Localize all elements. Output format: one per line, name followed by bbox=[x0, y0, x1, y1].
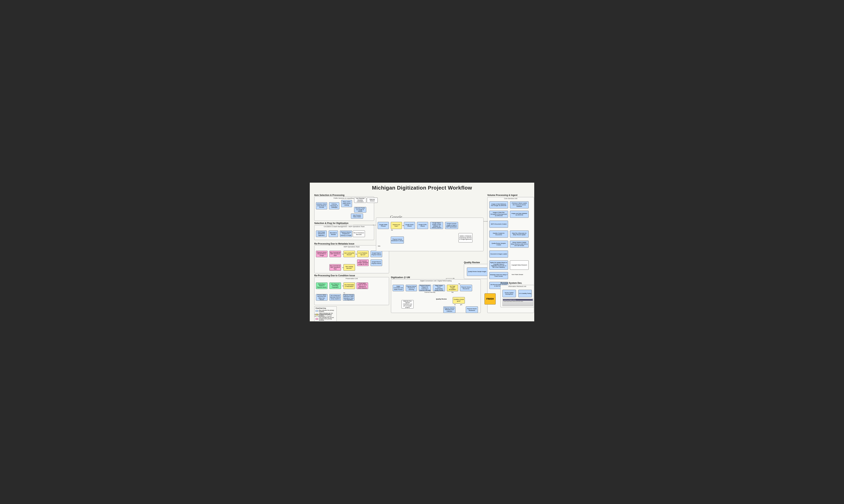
node-google-intake: Google Intake Process bbox=[378, 222, 389, 229]
section-label-selection-prep: Selection & Prep for Digitization bbox=[314, 222, 349, 224]
label-no-page: No bbox=[458, 283, 460, 285]
label-quality-review-um: Quality Review bbox=[436, 298, 447, 300]
node-images-data-retrieved: Images & Data Retrieved from Google via … bbox=[489, 201, 508, 209]
node-shelf-range: Shelf Range Selected for Digitization bbox=[316, 231, 327, 237]
page-title: Michigan Digitization Project Workflow bbox=[312, 185, 532, 191]
node-ui-usability: UI & Usability Testing bbox=[518, 290, 532, 297]
section-item-selection: Public Services & Acquisitions Librarian… bbox=[314, 197, 374, 221]
section-label-reprocessing-condition: Re-Processing Due to Condition Issue bbox=[314, 274, 355, 277]
section-quality-review: Quality Review Sample Images bbox=[464, 264, 490, 279]
digitization-um-subtitle: Digital Conversion Unit / Digital Reform… bbox=[391, 280, 480, 282]
node-is-publisher-optout: Is it a Publisher Opt-out? bbox=[357, 251, 369, 257]
section-label-reprocessing-metadata: Re-Processing Due to Metadata Issue bbox=[314, 242, 354, 245]
node-google-returns: Google Returns Physical Volume bbox=[371, 259, 382, 266]
node-google-rejects: Google Rejects Physical Volume bbox=[371, 251, 382, 257]
section-label-digitization-um: Digitization @ UM bbox=[391, 276, 410, 279]
node-process-status-removed: Process Status Removed from Mirlyn Item … bbox=[316, 294, 328, 301]
key-color-pink bbox=[316, 318, 318, 320]
node-ordering: Ordering, Receiving, & Cataloging bbox=[329, 202, 339, 209]
node-item-lacking-barcode: Item Lacking Barcode? bbox=[344, 264, 355, 271]
label-yes-bottom: YES bbox=[378, 246, 380, 247]
node-images-data-validated: Images and Data Validated via GROOVE bbox=[510, 211, 529, 218]
node-physical-volumes-returned-mdp: Physical Volumes Returned to MDP Operati… bbox=[343, 294, 354, 301]
node-item-repair: Item Repair & Rebinding Preparation bbox=[329, 283, 341, 289]
section-label-item-selection: Item Selection & Processing bbox=[314, 194, 345, 197]
node-file-checked-in: File of Checked-in Barcodes bbox=[353, 231, 365, 237]
access-system-subtitle: Information Retrieval Unit bbox=[500, 285, 534, 287]
node-volume-ok-scan: Volume ok to Scan? bbox=[391, 222, 402, 229]
node-document-images-loaded: Document & Images Loaded bbox=[489, 251, 508, 258]
node-physical-volume-reshelved2: Physical Volume Reshelved bbox=[466, 306, 478, 313]
node-checksum-loaded: Checksum Values Loaded Into Checksum Arc… bbox=[510, 201, 529, 209]
key-label-pink: Pink indicates the second deviation from… bbox=[319, 317, 335, 321]
section-reprocessing-condition: Preservation Unit Rebinding & Repair of … bbox=[314, 277, 389, 305]
node-library-systems-update: Library Systems Update Mirlyn Record & A… bbox=[510, 240, 529, 248]
node-preservation-intake: Preservation Intake for Items Rejected f… bbox=[356, 283, 368, 289]
section-label-quality-review: Quality Review bbox=[464, 261, 480, 264]
node-rebinding: Rebinding & Repair of Physical Volume bbox=[316, 283, 328, 289]
node-user-reported: User Reported Metadata Corrections bbox=[354, 198, 366, 203]
node-physical-volume-reshelved: Physical Volume Reshelved in Library bbox=[391, 236, 404, 244]
label-scanned-internally: Scanned Internally bbox=[424, 292, 435, 293]
section-access-system: Information Retrieval Unit Access System… bbox=[500, 285, 534, 307]
node-data-file-barcodes: Data File of Barcodes for Mirlyn Record … bbox=[510, 231, 529, 238]
footer-title: Title: MDPflowchart_v3.graffle bbox=[314, 316, 332, 317]
section-selection-prep: Circulation & Stack Management – MDP Ope… bbox=[314, 225, 374, 240]
node-physical-volume-prepared: Physical Volume Prepared for Scanning bbox=[406, 285, 417, 291]
node-librarians-select: Librarians Select & Buy Books & Journals bbox=[316, 202, 327, 209]
workflow-canvas: Yes No bbox=[312, 192, 532, 318]
page-wrapper: Michigan Digitization Project Workflow bbox=[310, 183, 534, 321]
node-records-posted: Records Posted for Google to retrieve bbox=[354, 207, 366, 213]
label-no-google: No bbox=[391, 229, 393, 231]
node-google-scans: Google Scans Volume bbox=[404, 222, 415, 229]
key-title: FlowChart Key bbox=[316, 307, 335, 309]
label-no-2: No bbox=[344, 292, 345, 293]
node-physical-volumes-withdrawn: Physical Volumes Withdrawn from Collecti… bbox=[443, 306, 456, 313]
node-file-returned-barcodes: File of Returned Barcodes Sent to Librar… bbox=[329, 294, 341, 301]
node-mirlyn: Mirlyn (online public access catalog) bbox=[341, 200, 352, 207]
node-access-system-dev: Access System Development bbox=[503, 290, 516, 297]
label-no-condition: no bbox=[454, 304, 456, 305]
reprocessing-condition-subtitle: Preservation Unit bbox=[314, 277, 389, 280]
node-page-images-acceptable: Are Page Images Acceptable? bbox=[447, 285, 458, 291]
node-materials-shelved: Materials Shelved bbox=[367, 198, 378, 203]
node-physical-volumes: Physical Volumes Prepared for Delivery t… bbox=[340, 231, 352, 237]
node-barcoded-weeded: Barcoded & Weeded bbox=[329, 231, 338, 237]
node-page-images-given: Page Images Given Rudimentary Quality Re… bbox=[433, 285, 445, 291]
node-google-converts: Google Converts Images & Data to MDP Spe… bbox=[445, 222, 458, 229]
label-yes-condition: yes bbox=[460, 304, 462, 305]
key-label-blue: Blue indicates the primary workflow bbox=[319, 310, 335, 312]
key-item-pink: Pink indicates the second deviation from… bbox=[316, 317, 335, 321]
node-mets-documents: METS Documents Created bbox=[489, 221, 508, 228]
node-rights-db-updated: Rights Db Updated Based on Copyright Sta… bbox=[489, 260, 508, 270]
node-google-makes-images: Google Makes Images & Data Available via… bbox=[430, 222, 443, 229]
node-handles-created: Handles Created for Documents bbox=[489, 231, 508, 238]
section-label-volume-processing: Volume Processing & Ingest bbox=[487, 194, 517, 197]
section-label-access-system: Access System Dev. bbox=[500, 282, 522, 284]
node-digital-conversion: Digital Conversion Unit Intake Process bbox=[393, 285, 404, 291]
node-item-corrected-mdp: Item Corrected by MDP Operations Team bbox=[329, 251, 341, 257]
finish-screen-thumbnail: HathiTrust Digital Library Sample page d… bbox=[503, 299, 533, 306]
node-condition-book: Condition of book good? bbox=[453, 297, 465, 304]
footer-modified: Modified: Thu Dec 04 2008 bbox=[314, 314, 330, 315]
node-physical-volume-resubmitted: Physical Volume Resubmitted to Google bbox=[316, 251, 328, 257]
node-item-corrected-mdp2: Item Corrected by MDP Operations Team bbox=[329, 264, 341, 271]
node-physical-volume-rescanned: Physical Volume Rescanned bbox=[460, 285, 472, 291]
volume-processing-subtitle: Core Services Unit bbox=[488, 197, 534, 199]
node-quality-review-sample: Quality Review Sample Images bbox=[467, 268, 488, 276]
node-materials-special: Materials from Special Collections (not … bbox=[401, 300, 414, 308]
node-item-process-status: Item Process Status Added bbox=[351, 214, 363, 219]
node-finish: FINISH bbox=[485, 293, 496, 305]
key-color-blue bbox=[316, 310, 318, 312]
node-addition-materials: Addition of Materials Scanned by UM Prio… bbox=[458, 233, 473, 242]
node-um-scanned-images: UM Scanned Images Uploaded Google for OC… bbox=[357, 259, 369, 266]
node-item-rebindable: Item Rebindable or Rebindable? bbox=[344, 283, 355, 289]
section-google: Google Intake Process Volume ok to Scan?… bbox=[376, 218, 483, 251]
node-copyright-status: Copyright Status Research bbox=[510, 260, 529, 270]
selection-prep-subtitle: Circulation & Stack Management – MDP Ope… bbox=[314, 225, 374, 228]
node-images-data-decrypted: Images & Data Files Decrypted & Decompre… bbox=[489, 211, 508, 218]
key-item-blue: Blue indicates the primary workflow bbox=[316, 310, 335, 312]
node-google-ocrs: Google OCRs Volume bbox=[417, 222, 428, 229]
node-quality-review-samples-created: Quality Review Samples Created bbox=[489, 240, 508, 248]
node-item-lacking-bib: Item Lacking Bib Record? bbox=[344, 251, 355, 257]
